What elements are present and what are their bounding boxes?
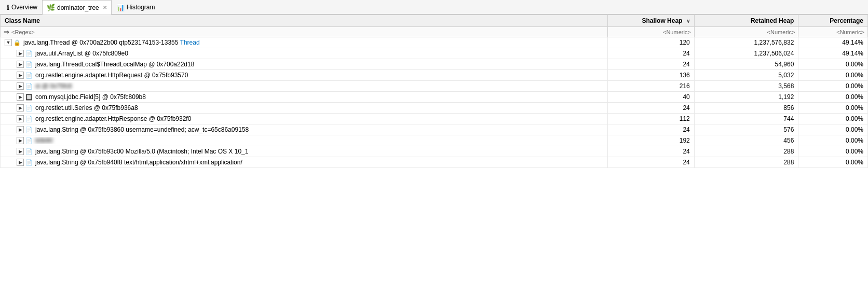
row-type-icon: 🔲 — [25, 94, 34, 101]
cell-retained-heap: 288 — [694, 157, 798, 168]
tab-histogram[interactable]: 📊 Histogram — [112, 0, 160, 15]
tab-dominator-tree[interactable]: 🌿 dominator_tree ✕ — [42, 0, 112, 15]
table-body: ▼🔒java.lang.Thread @ 0x700a22b00 qtp5231… — [1, 37, 868, 168]
cell-percentage: 0.00% — [798, 114, 868, 124]
cell-retained-heap: 456 — [694, 135, 798, 146]
cell-percentage: 0.00% — [798, 92, 868, 103]
cell-percentage: 0.00% — [798, 59, 868, 70]
table-row[interactable]: ▶📄st @ 0x75fc82163,5680.00% — [1, 81, 868, 92]
col-header-shallow-heap[interactable]: Shallow Heap ∨ — [607, 15, 694, 27]
tab-bar: ℹ Overview 🌿 dominator_tree ✕ 📊 Histogra… — [0, 0, 868, 15]
table-row[interactable]: ▶📄java.lang.String @ 0x75fb940f8 text/ht… — [1, 157, 868, 168]
cell-retained-heap: 1,237,506,024 — [694, 48, 798, 59]
table-row[interactable]: ▶📄org.restlet.util.Series @ 0x75fb936a82… — [1, 103, 868, 114]
cell-retained-heap: 856 — [694, 103, 798, 114]
histogram-icon: 📊 — [116, 4, 125, 11]
cell-percentage: 0.00% — [798, 70, 868, 81]
row-type-icon: 📄 — [25, 159, 34, 166]
table-container: Class Name Shallow Heap ∨ Retained Heap … — [0, 15, 868, 307]
row-class-name: b0b90 — [35, 137, 52, 144]
filter-row: ⇒ <Regex> <Numeric> <Numeric> <N — [1, 27, 868, 37]
cell-percentage: 49.14% — [798, 37, 868, 48]
cell-retained-heap: 576 — [694, 124, 798, 135]
cell-class-name: ▶📄java.lang.String @ 0x75fb940f8 text/ht… — [1, 157, 608, 168]
expand-button[interactable]: ▶ — [17, 50, 24, 57]
table-row[interactable]: ▶📄org.restlet.engine.adapter.HttpRespons… — [1, 114, 868, 124]
cell-class-name: ▶📄org.restlet.util.Series @ 0x75fb936a8 — [1, 103, 608, 114]
collapse-button[interactable]: ▼ — [5, 39, 12, 46]
tab-overview-label: Overview — [11, 4, 37, 11]
row-type-icon: 📄 — [25, 127, 34, 133]
col-header-class-name[interactable]: Class Name — [1, 15, 608, 27]
row-class-name: java.lang.String @ 0x75fb93860 username=… — [35, 126, 249, 133]
cell-retained-heap: 3,568 — [694, 81, 798, 92]
table-row[interactable]: ▼🔒java.lang.Thread @ 0x700a22b00 qtp5231… — [1, 37, 868, 48]
row-type-icon: 🔒 — [13, 39, 22, 46]
cell-shallow-heap: 192 — [607, 135, 694, 146]
row-type-icon: 📄 — [25, 148, 34, 155]
row-type-icon: 📄 — [25, 72, 34, 79]
table-row[interactable]: ▶📄java.util.ArrayList @ 0x75fc809e0241,2… — [1, 48, 868, 59]
cell-class-name: ▶📄java.lang.String @ 0x75fb93c00 Mozilla… — [1, 146, 608, 157]
table-row[interactable]: ▶📄java.lang.ThreadLocal$ThreadLocalMap @… — [1, 59, 868, 70]
row-class-name: org.restlet.util.Series @ 0x75fb936a8 — [35, 104, 138, 111]
row-class-suffix: Thread — [180, 39, 200, 46]
cell-shallow-heap: 216 — [607, 81, 694, 92]
tab-overview[interactable]: ℹ Overview — [2, 0, 42, 15]
col-header-percentage[interactable]: Percentage — [798, 15, 868, 27]
sort-icon: ∨ — [686, 18, 690, 24]
filter-shallow[interactable]: <Numeric> — [607, 27, 694, 37]
expand-button[interactable]: ▶ — [17, 104, 24, 111]
tab-close-icon[interactable]: ✕ — [103, 5, 107, 10]
cell-retained-heap: 744 — [694, 114, 798, 124]
expand-button[interactable]: ▶ — [17, 137, 24, 144]
filter-retained[interactable]: <Numeric> — [694, 27, 798, 37]
expand-button[interactable]: ▶ — [17, 61, 24, 68]
cell-retained-heap: 288 — [694, 146, 798, 157]
cell-class-name: ▶📄org.restlet.engine.adapter.HttpRespons… — [1, 114, 608, 124]
tab-dominator-label: dominator_tree — [57, 4, 99, 11]
cell-retained-heap: 54,960 — [694, 59, 798, 70]
cell-percentage: 49.14% — [798, 48, 868, 59]
filter-percent[interactable]: <Numeric> — [798, 27, 868, 37]
cell-class-name: ▶📄java.lang.ThreadLocal$ThreadLocalMap @… — [1, 59, 608, 70]
cell-percentage: 0.00% — [798, 135, 868, 146]
table-row[interactable]: ▶🔲com.mysql.jdbc.Field[5] @ 0x75fc809b84… — [1, 92, 868, 103]
row-class-name: st @ 0x75fc8 — [35, 82, 72, 90]
expand-button[interactable]: ▶ — [17, 82, 24, 90]
table-header-row: Class Name Shallow Heap ∨ Retained Heap … — [1, 15, 868, 27]
cell-shallow-heap: 24 — [607, 59, 694, 70]
cell-class-name: ▶📄java.lang.String @ 0x75fb93860 usernam… — [1, 124, 608, 135]
cell-shallow-heap: 112 — [607, 114, 694, 124]
cell-class-name: ▶📄b0b90 — [1, 135, 608, 146]
cell-shallow-heap: 24 — [607, 48, 694, 59]
col-header-retained-heap[interactable]: Retained Heap — [694, 15, 798, 27]
cell-shallow-heap: 24 — [607, 146, 694, 157]
cell-retained-heap: 1,237,576,832 — [694, 37, 798, 48]
row-class-name: java.util.ArrayList @ 0x75fc809e0 — [35, 50, 128, 57]
filter-arrow-icon: ⇒ — [4, 28, 9, 36]
tree-icon: 🌿 — [47, 4, 55, 11]
table-row[interactable]: ▶📄java.lang.String @ 0x75fb93c00 Mozilla… — [1, 146, 868, 157]
expand-button[interactable]: ▶ — [17, 93, 24, 101]
row-class-name: org.restlet.engine.adapter.HttpResponse … — [35, 115, 191, 122]
expand-button[interactable]: ▶ — [17, 72, 24, 79]
expand-button[interactable]: ▶ — [17, 159, 24, 166]
table-row[interactable]: ▶📄org.restlet.engine.adapter.HttpRequest… — [1, 70, 868, 81]
cell-shallow-heap: 120 — [607, 37, 694, 48]
cell-class-name: ▶📄org.restlet.engine.adapter.HttpRequest… — [1, 70, 608, 81]
filter-class-name[interactable]: ⇒ <Regex> — [1, 27, 608, 37]
cell-percentage: 0.00% — [798, 157, 868, 168]
expand-button[interactable]: ▶ — [17, 115, 24, 122]
cell-shallow-heap: 24 — [607, 157, 694, 168]
table-row[interactable]: ▶📄b0b901924560.00% — [1, 135, 868, 146]
table-row[interactable]: ▶📄java.lang.String @ 0x75fb93860 usernam… — [1, 124, 868, 135]
row-type-icon: 📄 — [25, 61, 34, 68]
cell-percentage: 0.00% — [798, 146, 868, 157]
cell-percentage: 0.00% — [798, 103, 868, 114]
expand-button[interactable]: ▶ — [17, 126, 24, 133]
row-class-name: java.lang.String @ 0x75fb93c00 Mozilla/5… — [35, 148, 248, 155]
row-type-icon: 📄 — [25, 105, 34, 111]
cell-shallow-heap: 136 — [607, 70, 694, 81]
expand-button[interactable]: ▶ — [17, 148, 24, 155]
